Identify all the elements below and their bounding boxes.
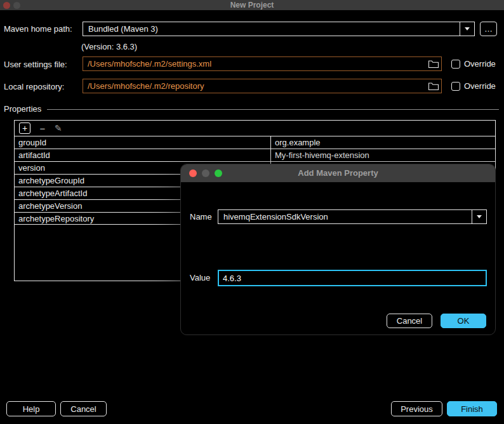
previous-button[interactable]: Previous (391, 401, 442, 416)
name-label: Name (190, 212, 212, 222)
property-value: org.example (270, 136, 495, 149)
local-repo-field-wrap (83, 79, 442, 93)
user-settings-input[interactable] (83, 56, 442, 71)
add-property-button[interactable]: + (19, 123, 30, 134)
user-settings-label: User settings file: (4, 60, 67, 70)
dialog-cancel-button[interactable]: Cancel (387, 314, 432, 328)
dialog-title: Add Maven Property (181, 168, 495, 178)
property-value-input[interactable] (218, 270, 487, 286)
properties-section-label: Properties (4, 104, 41, 114)
settings-override-checkbox[interactable] (451, 60, 460, 69)
section-separator (47, 109, 499, 110)
repo-override-label: Override (464, 81, 496, 91)
maven-home-dropdown-button[interactable] (460, 22, 474, 36)
new-project-window: New Project Maven home path: Bundled (Ma… (0, 0, 504, 424)
property-name-dropdown-button[interactable] (472, 210, 486, 223)
edit-property-icon[interactable]: ✎ (55, 124, 62, 133)
maven-home-label: Maven home path: (4, 24, 72, 34)
property-name-combobox[interactable]: hivemqExtensionSdkVersion (218, 209, 487, 224)
settings-override-label: Override (464, 59, 496, 69)
user-settings-field-wrap (83, 56, 442, 71)
local-repo-input[interactable] (83, 79, 442, 93)
dialog-ok-button[interactable]: OK (441, 314, 486, 328)
chevron-down-icon (477, 215, 482, 218)
help-button[interactable]: Help (6, 401, 56, 416)
table-row[interactable]: groupId org.example (15, 136, 495, 149)
property-name-value: hivemqExtensionSdkVersion (218, 212, 472, 222)
property-value-field-wrap (218, 270, 487, 286)
table-row[interactable]: artifactId My-first-hivemq-extension (15, 149, 495, 161)
property-value: My-first-hivemq-extension (270, 149, 495, 161)
remove-property-button[interactable]: − (37, 123, 48, 134)
window-titlebar[interactable]: New Project (0, 0, 504, 10)
maven-home-value: Bundled (Maven 3) (83, 24, 460, 34)
chevron-down-icon (465, 27, 470, 30)
maven-home-combobox[interactable]: Bundled (Maven 3) (83, 22, 475, 36)
maven-version-text: (Version: 3.6.3) (81, 42, 137, 52)
folder-icon[interactable] (428, 60, 439, 68)
properties-toolbar: + − ✎ (15, 121, 495, 136)
local-repo-label: Local repository: (4, 82, 64, 92)
folder-icon[interactable] (428, 82, 439, 90)
cancel-button[interactable]: Cancel (60, 401, 107, 416)
finish-button[interactable]: Finish (447, 401, 497, 416)
window-title: New Project (0, 1, 504, 10)
dialog-titlebar[interactable]: Add Maven Property (181, 164, 495, 182)
value-label: Value (190, 273, 210, 283)
repo-override-checkbox[interactable] (451, 82, 460, 91)
property-key: groupId (15, 136, 270, 149)
property-key: artifactId (15, 149, 270, 161)
add-maven-property-dialog: Add Maven Property Name hivemqExtensionS… (180, 164, 496, 335)
browse-maven-home-button[interactable]: … (480, 22, 497, 36)
